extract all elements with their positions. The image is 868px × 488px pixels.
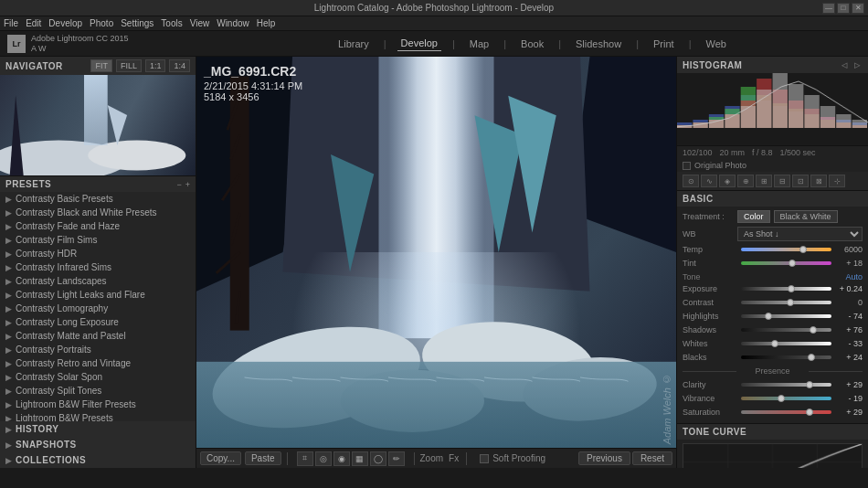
snapshots-header[interactable]: ▶ Snapshots: [0, 437, 196, 452]
menu-settings[interactable]: Settings: [121, 18, 153, 28]
wb-select[interactable]: As Shot ↓: [737, 227, 863, 241]
exposure-track[interactable]: [741, 287, 831, 291]
temp-thumb[interactable]: [799, 246, 807, 253]
menu-window[interactable]: Window: [217, 18, 249, 28]
maximize-button[interactable]: □: [837, 3, 850, 14]
highlights-thumb[interactable]: [765, 313, 772, 320]
color-btn[interactable]: Color: [737, 210, 770, 223]
preset-group-2[interactable]: ▶ Contrasty Fade and Haze: [0, 219, 196, 233]
navigator-header[interactable]: Navigator FIT FILL 1:1 1:4: [0, 57, 196, 75]
lens-correction-icon[interactable]: ⊟: [774, 175, 790, 187]
basic-header[interactable]: Basic: [677, 191, 868, 207]
auto-btn[interactable]: Auto: [845, 272, 863, 281]
preset-group-12[interactable]: ▶ Contrasty Retro and Vintage: [0, 356, 196, 370]
tab-print[interactable]: Print: [650, 37, 678, 51]
redeye-icon[interactable]: ◉: [333, 451, 350, 466]
preset-group-15[interactable]: ▶ Lightroom B&W Filter Presets: [0, 398, 196, 411]
preset-group-7[interactable]: ▶ Contrasty Light Leaks and Flare: [0, 288, 196, 302]
effects-icon[interactable]: ⊠: [810, 175, 827, 187]
hist-warn-highlights[interactable]: ▷: [852, 59, 863, 70]
shadows-thumb[interactable]: [810, 326, 817, 334]
menu-file[interactable]: File: [4, 18, 18, 28]
preset-group-8[interactable]: ▶ Contrasty Lomography: [0, 302, 196, 315]
basic-develop-icon[interactable]: ⊙: [683, 175, 699, 187]
hist-warn-shadows[interactable]: ◁: [839, 59, 850, 70]
detail-icon[interactable]: ⊞: [756, 175, 772, 187]
preset-group-10[interactable]: ▶ Contrasty Matte and Pastel: [0, 329, 196, 343]
preset-group-3[interactable]: ▶ Contrasty Film Sims: [0, 233, 196, 247]
original-photo-checkbox[interactable]: [683, 162, 691, 170]
presets-plus[interactable]: +: [185, 180, 190, 189]
menu-develop[interactable]: Develop: [48, 18, 82, 28]
blacks-thumb[interactable]: [808, 354, 815, 361]
menu-tools[interactable]: Tools: [161, 18, 182, 28]
menu-photo[interactable]: Photo: [90, 18, 113, 28]
tab-slideshow[interactable]: Slideshow: [572, 37, 625, 51]
split-tone-icon[interactable]: ⊕: [737, 175, 754, 187]
menu-help[interactable]: Help: [257, 18, 276, 28]
tab-book[interactable]: Book: [517, 37, 547, 51]
vibrance-thumb[interactable]: [778, 395, 785, 402]
paste-button[interactable]: Paste: [245, 451, 281, 465]
preset-group-1[interactable]: ▶ Contrasty Black and White Presets: [0, 206, 196, 219]
preset-group-0[interactable]: ▶ Contrasty Basic Presets: [0, 192, 196, 206]
saturation-thumb[interactable]: [806, 408, 813, 416]
whites-thumb[interactable]: [771, 340, 778, 347]
softproof-checkbox[interactable]: [480, 454, 489, 463]
brush-icon[interactable]: ✏: [388, 451, 405, 466]
tab-develop[interactable]: Develop: [397, 36, 441, 51]
tone-curve-icon[interactable]: ∿: [701, 175, 717, 187]
tab-web[interactable]: Web: [702, 37, 729, 51]
tone-curve-header[interactable]: Tone Curve: [677, 424, 868, 440]
contrast-track[interactable]: [741, 301, 831, 304]
gradient-icon[interactable]: ▦: [352, 451, 368, 466]
clarity-thumb[interactable]: [806, 381, 813, 388]
tint-thumb[interactable]: [789, 260, 796, 267]
preset-group-13[interactable]: ▶ Contrasty Solar Spon: [0, 370, 196, 384]
temp-track[interactable]: [741, 248, 831, 251]
vibrance-track[interactable]: [741, 397, 831, 400]
camera-calibration-icon[interactable]: ⊹: [829, 175, 845, 187]
reset-button[interactable]: Reset: [632, 451, 672, 465]
exposure-thumb[interactable]: [788, 285, 795, 292]
contrast-thumb[interactable]: [787, 299, 794, 306]
clarity-track[interactable]: [741, 383, 831, 387]
preset-group-4[interactable]: ▶ Contrasty HDR: [0, 247, 196, 260]
saturation-track[interactable]: [741, 410, 831, 414]
blacks-track[interactable]: [741, 355, 831, 359]
minimize-button[interactable]: —: [822, 3, 835, 14]
presets-header[interactable]: Presets − +: [0, 176, 196, 192]
preset-group-6[interactable]: ▶ Contrasty Landscapes: [0, 274, 196, 288]
preset-group-11[interactable]: ▶ Contrasty Portraits: [0, 343, 196, 356]
shadows-track[interactable]: [741, 328, 831, 332]
nav-1-4-btn[interactable]: 1:4: [169, 59, 190, 72]
transform-icon[interactable]: ⊡: [792, 175, 809, 187]
nav-1-1-btn[interactable]: 1:1: [145, 59, 166, 72]
nav-fit-btn[interactable]: FIT: [90, 59, 112, 72]
close-button[interactable]: ✕: [852, 3, 864, 14]
collections-header[interactable]: ▶ Collections: [0, 452, 196, 468]
tint-track[interactable]: [741, 261, 831, 265]
preset-group-14[interactable]: ▶ Contrasty Split Tones: [0, 384, 196, 398]
tone-curve-canvas[interactable]: [683, 443, 863, 468]
preset-group-9[interactable]: ▶ Contrasty Long Exposure: [0, 315, 196, 329]
vibrance-label: Vibrance: [683, 394, 737, 403]
hsl-icon[interactable]: ◈: [719, 175, 736, 187]
presets-minus[interactable]: −: [176, 180, 181, 189]
tab-library[interactable]: Library: [334, 37, 373, 51]
prev-button[interactable]: Previous: [578, 451, 630, 465]
highlights-track[interactable]: [741, 314, 831, 318]
copy-button[interactable]: Copy...: [200, 451, 241, 465]
tab-map[interactable]: Map: [466, 37, 492, 51]
spot-removal-icon[interactable]: ◎: [315, 451, 332, 466]
whites-track[interactable]: [741, 342, 831, 345]
menu-view[interactable]: View: [190, 18, 210, 28]
preset-group-5[interactable]: ▶ Contrasty Infrared Sims: [0, 260, 196, 274]
bw-btn[interactable]: Black & White: [774, 210, 838, 223]
radial-icon[interactable]: ◯: [370, 451, 386, 466]
crop-icon[interactable]: ⌗: [297, 451, 313, 466]
menu-edit[interactable]: Edit: [26, 18, 41, 28]
preset-group-16[interactable]: ▶ Lightroom B&W Presets: [0, 411, 196, 421]
history-header[interactable]: ▶ History: [0, 421, 196, 437]
nav-fill-btn[interactable]: FILL: [116, 59, 142, 72]
